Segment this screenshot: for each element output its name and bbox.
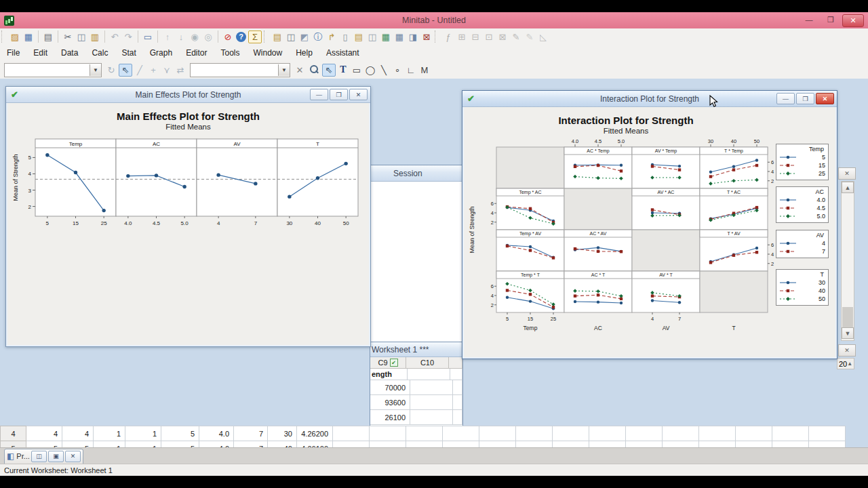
worksheet-cell[interactable] [736,426,772,441]
worksheet-cell[interactable]: 30 [268,426,297,441]
window-restore-button[interactable]: ◫ [31,451,47,462]
menu-assistant[interactable]: Assistant [319,45,366,60]
tile-windows-icon[interactable]: ◫ [285,31,297,43]
worksheet-close-button[interactable]: ✕ [838,344,856,357]
menu-data[interactable]: Data [54,45,85,60]
polyline-tool-icon[interactable]: ∟ [405,64,417,76]
cancel-icon[interactable]: ⊘ [222,31,234,43]
toolbar-grip[interactable] [435,30,439,43]
line-tool-icon[interactable]: ╲ [378,64,390,76]
worksheet-cell[interactable] [772,426,809,441]
zoom-icon[interactable] [309,64,319,75]
column-header-c20-fragment[interactable]: 20 ▲ [837,358,854,369]
worksheet-cell[interactable] [370,426,406,441]
clear-annotation-icon[interactable]: ✕ [294,64,306,76]
annotation-combobox-input[interactable] [191,65,278,75]
menu-edit[interactable]: Edit [26,45,54,60]
window-restore-button[interactable]: ❒ [796,93,814,104]
app-maximize-button[interactable]: ❒ [821,14,841,26]
menu-editor[interactable]: Editor [179,45,214,60]
select-mode-icon[interactable]: ⇖ [119,64,132,77]
worksheet-cell[interactable] [516,426,553,441]
project-manager-minimized[interactable]: ◧ Pr... ◫ ▣ ✕ [4,449,83,464]
toolbar-grip[interactable] [1,30,5,43]
interaction-window[interactable]: ✔ Interaction Plot for Strength — ❒ ✕ In… [462,90,837,359]
window-maximize-button[interactable]: ▣ [48,451,64,462]
swap-icon[interactable]: ⇄ [174,64,186,76]
stat-guide-icon[interactable]: Σ [248,30,262,43]
find-icon[interactable]: ◉ [189,31,201,43]
chevron-down-icon[interactable]: ▼ [90,64,101,76]
next-command-icon[interactable]: ↓ [175,31,187,43]
save-project-icon[interactable]: ▦ [22,31,35,43]
new-worksheet-icon[interactable]: ▤ [353,31,365,43]
select-item-icon[interactable]: ⋎ [161,64,173,76]
insert-rows-icon[interactable]: ⊟ [469,31,481,43]
window-close-button[interactable]: ✕ [349,89,368,100]
graph-item-combobox-input[interactable] [5,65,90,75]
chevron-down-icon[interactable]: ▼ [278,64,290,76]
annotation-combobox[interactable]: ▼ [190,63,290,77]
show-report-pad-icon[interactable]: ▯ [339,31,351,43]
menu-graph[interactable]: Graph [143,45,179,60]
worksheet-cell[interactable]: 26100 [370,410,410,425]
app-minimize-button[interactable]: — [799,14,819,26]
show-history-icon[interactable]: ↱ [326,31,338,43]
marker-tool-icon[interactable]: ∘ [391,64,403,76]
cascade-windows-icon[interactable]: ◩ [298,31,311,43]
toolbar-grip[interactable] [264,30,268,43]
worksheet-cell[interactable] [663,426,699,441]
annotation-select-icon[interactable]: ⇖ [322,64,336,77]
find-next-icon[interactable]: ◎ [202,31,214,43]
session-window[interactable]: Session [370,165,463,343]
copy-icon[interactable]: ◫ [75,31,87,43]
window-minimize-button[interactable]: — [310,89,328,100]
main-effects-titlebar[interactable]: ✔ Main Effects Plot for Strength — ❒ ✕ [6,87,370,103]
window-close-button[interactable]: ✕ [816,93,834,104]
menu-window[interactable]: Window [247,45,290,60]
show-project-manager-icon[interactable]: ◨ [407,31,419,43]
menu-help[interactable]: Help [289,45,319,60]
text-tool-icon[interactable]: T [337,64,349,76]
print-icon[interactable]: ▤ [42,31,54,43]
open-file-icon[interactable]: ▨ [9,31,21,43]
redo-icon[interactable]: ↷ [122,31,134,43]
worksheet-cell[interactable] [553,426,589,441]
assign-formula-icon[interactable]: ƒ [442,31,454,43]
worksheet-cell[interactable] [809,426,846,441]
worksheet-titlebar[interactable]: Worksheet 1 *** [370,342,462,357]
variable-name-cell[interactable]: ength [370,369,408,380]
insert-cells-icon[interactable]: ⊞ [456,31,468,43]
edit-points-icon[interactable]: ✎ [510,31,522,43]
window-minimize-button[interactable]: — [776,93,795,104]
ellipse-tool-icon[interactable]: ◯ [364,64,376,76]
paste-icon[interactable]: ▥ [89,31,101,43]
worksheet-cell[interactable]: 4.26200 [297,426,333,441]
worksheet-cell[interactable]: 5 [161,426,199,441]
worksheet-cell[interactable]: 4.0 [199,426,234,441]
column-header-c9[interactable]: C9 ✔ [370,357,406,369]
worksheet-cell[interactable]: 70000 [370,380,410,395]
show-worksheets-folder-icon[interactable]: ▦ [380,31,392,43]
worksheet-cell[interactable]: 7 [234,426,268,441]
worksheet-window-fragment[interactable]: Worksheet 1 *** C9 ✔ C10 ength 700009360… [370,342,463,427]
scroll-down-icon[interactable]: ▼ [842,327,854,339]
worksheet-cell[interactable] [333,426,370,441]
session-close-button[interactable]: ✕ [838,167,856,180]
show-data-window-icon[interactable]: ▦ [393,31,406,43]
session-titlebar[interactable]: Session [370,165,462,182]
row-header[interactable]: 4 [1,426,26,441]
worksheet-cell[interactable]: 1 [125,426,161,441]
update-graph-icon[interactable]: ↻ [105,64,117,76]
scroll-up-icon[interactable]: ▲ [842,182,854,193]
edit-last-dialog-icon[interactable]: ▭ [142,31,154,43]
rectangle-tool-icon[interactable]: ▭ [351,64,363,76]
session-vscrollbar[interactable]: ▲ ▼ [841,181,854,341]
worksheet-cell[interactable] [443,426,479,441]
worksheet-cell[interactable] [589,426,626,441]
erase-annotation-icon[interactable]: ◺ [537,31,549,43]
column-header-c10[interactable]: C10 [406,357,449,369]
graph-item-combobox[interactable]: ▼ [4,63,102,77]
polygon-tool-icon[interactable]: M [418,64,431,76]
cut-icon[interactable]: ✂ [62,31,74,43]
